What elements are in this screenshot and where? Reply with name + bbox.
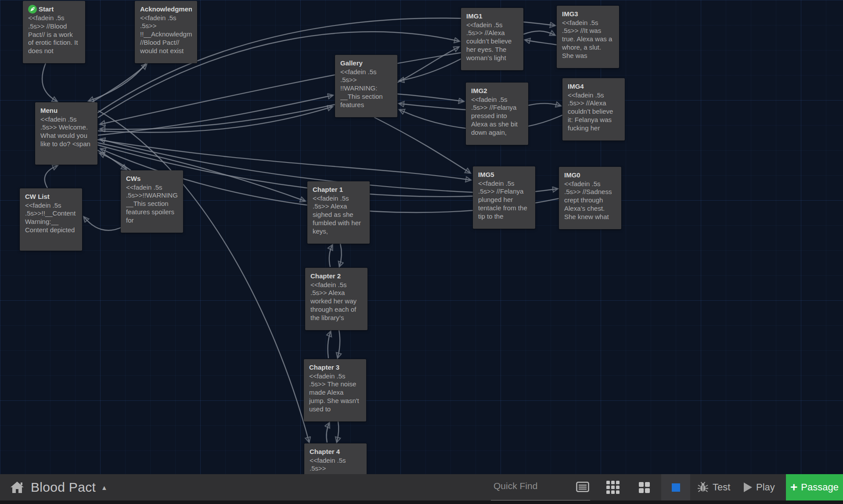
passage-excerpt: <<fadein .5s .5s>> Alexa sighed as she f…: [313, 194, 364, 236]
passage-title-text: Chapter 3: [309, 363, 339, 372]
passage-title-text: Chapter 1: [313, 185, 343, 194]
home-icon[interactable]: [10, 481, 25, 494]
play-button-label: Play: [756, 482, 775, 493]
horizontal-scrollbar-track[interactable]: [0, 500, 843, 504]
passage-title-text: IMG4: [568, 82, 584, 91]
passage-title-text: CW List: [25, 192, 50, 201]
passage-links-graph: [0, 0, 843, 504]
passage-title-text: IMG3: [562, 10, 578, 18]
passage-menu[interactable]: Menu <<fadein .5s .5s>> Welcome. What wo…: [35, 102, 97, 165]
passage-title-text: Gallery: [340, 59, 363, 68]
passage-excerpt: <<fadein .5s .5s>> //Sadness crept throu…: [564, 180, 616, 221]
passage-title-text: IMG5: [478, 170, 494, 179]
plus-icon: +: [790, 481, 797, 493]
list-card-icon[interactable]: [576, 482, 589, 494]
grid-medium-glyph: [639, 482, 650, 493]
passage-img2[interactable]: IMG2 <<fadein .5s .5s>> //Felanya presse…: [466, 83, 528, 145]
passage-title: Start: [28, 5, 80, 14]
test-button[interactable]: Test: [697, 474, 730, 500]
passage-excerpt: <<fadein .5s .5s>> Welcome. What would y…: [40, 115, 92, 148]
passage-img3[interactable]: IMG3 <<fadein .5s .5s>> //It was true. A…: [557, 6, 619, 68]
story-title-text: Blood Pact: [31, 480, 96, 495]
passage-excerpt: <<fadein .5s .5s>> //Alexa couldn’t beli…: [466, 21, 518, 62]
passage-cws[interactable]: CWs <<fadein .5s .5s>>!!WARNING: __This …: [121, 170, 183, 233]
new-passage-label: Passage: [801, 482, 839, 493]
passage-excerpt: <<fadein .5s .5s>> Alexa worked her way …: [310, 281, 362, 322]
passage-acknowledgment[interactable]: Acknowledgments <<fadein .5s .5s>> !!__A…: [135, 1, 197, 63]
passage-excerpt: <<fadein .5s .5s>> !!__Acknowledgments /…: [140, 14, 192, 55]
new-passage-button[interactable]: + Passage: [786, 474, 843, 500]
passage-title-text: Start: [39, 5, 54, 14]
passage-excerpt: <<fadein .5s .5s>>!!WARNING: __This sect…: [126, 184, 178, 225]
passage-chapter-1[interactable]: Chapter 1 <<fadein .5s .5s>> Alexa sighe…: [307, 181, 370, 244]
passage-title-text: IMG0: [564, 171, 580, 180]
passage-title-text: CWs: [126, 174, 140, 183]
story-title-menu[interactable]: Blood Pact ▲: [31, 480, 108, 495]
passage-img4[interactable]: IMG4 <<fadein .5s .5s>> //Alexa couldn’t…: [562, 78, 625, 140]
quick-find: [491, 474, 590, 500]
grid-small-glyph: [606, 481, 620, 494]
bug-icon: [697, 482, 709, 493]
start-rocket-icon: [28, 5, 37, 14]
play-triangle-icon: [744, 482, 752, 492]
passage-excerpt: <<fadein .5s .5s>> !!WARNING: __This sec…: [340, 68, 392, 109]
passage-title-text: Chapter 4: [310, 447, 340, 456]
passage-excerpt: <<fadein .5s .5s>> The noise made Alexa …: [309, 372, 361, 414]
blue-square-icon: [672, 483, 680, 492]
passage-gallery[interactable]: Gallery <<fadein .5s .5s>> !!WARNING: __…: [335, 55, 397, 117]
passage-start[interactable]: Start <<fadein .5s .5s>> //Blood Pact// …: [23, 1, 85, 63]
passage-chapter-3[interactable]: Chapter 3 <<fadein .5s .5s>> The noise m…: [304, 359, 366, 421]
passage-excerpt: <<fadein .5s .5s>> //Blood Pact// is a w…: [28, 14, 80, 55]
passage-excerpt: <<fadein .5s .5s>>: [310, 457, 361, 473]
play-button[interactable]: Play: [744, 474, 775, 500]
bottom-toolbar: Blood Pact ▲: [0, 474, 843, 500]
passage-excerpt: <<fadein .5s .5s>> //Alexa couldn’t beli…: [568, 91, 620, 133]
passage-img1[interactable]: IMG1 <<fadein .5s .5s>> //Alexa couldn’t…: [461, 8, 523, 70]
zoom-level-button-active[interactable]: [661, 474, 690, 500]
chevron-up-icon: ▲: [101, 484, 108, 491]
passage-cw-list[interactable]: CW List <<fadein .5s .5s>>!!__Content Wa…: [20, 188, 82, 251]
passage-title-text: IMG2: [471, 86, 487, 95]
passage-title-text: Chapter 2: [310, 272, 341, 281]
passage-chapter-2[interactable]: Chapter 2 <<fadein .5s .5s>> Alexa worke…: [305, 268, 367, 330]
passage-title-text: IMG1: [466, 12, 483, 21]
quick-find-input[interactable]: [491, 474, 590, 500]
passage-img0[interactable]: IMG0 <<fadein .5s .5s>> //Sadness crept …: [559, 167, 621, 229]
test-button-label: Test: [713, 482, 730, 493]
passage-title-text: Menu: [40, 106, 58, 115]
passage-title-text: Acknowledgments: [140, 5, 192, 14]
passage-excerpt: <<fadein .5s .5s>> //Felanya pressed int…: [471, 96, 523, 137]
passage-excerpt: <<fadein .5s .5s>> //Felanya plunged her…: [478, 180, 530, 221]
grid-2x2-icon[interactable]: [639, 474, 650, 500]
passage-excerpt: <<fadein .5s .5s>>!!__Content Warning:__…: [25, 202, 77, 234]
passage-img5[interactable]: IMG5 <<fadein .5s .5s>> //Felanya plunge…: [473, 166, 535, 229]
story-map-canvas[interactable]: Start <<fadein .5s .5s>> //Blood Pact// …: [0, 0, 843, 504]
passage-excerpt: <<fadein .5s .5s>> //It was true. Alexa …: [562, 19, 614, 60]
grid-3x3-icon[interactable]: [606, 474, 620, 500]
